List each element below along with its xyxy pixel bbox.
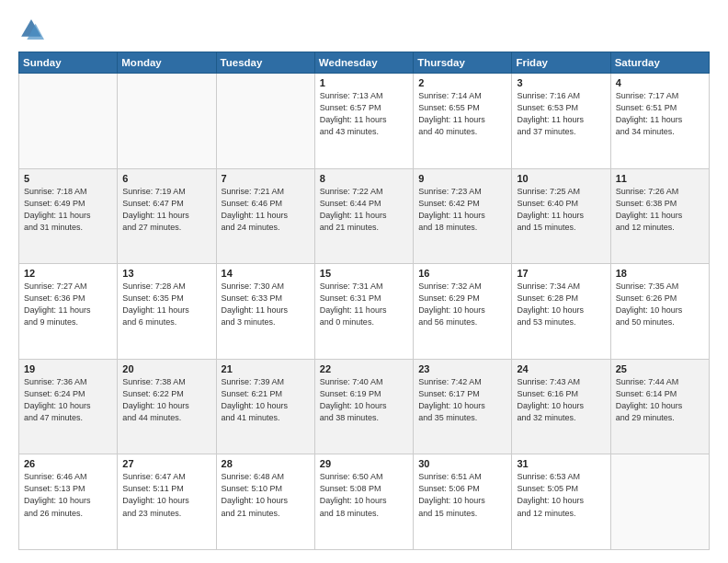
day-info: Sunrise: 6:46 AM Sunset: 5:13 PM Dayligh… [24, 471, 112, 519]
calendar-cell: 3Sunrise: 7:16 AM Sunset: 6:53 PM Daylig… [512, 74, 610, 169]
calendar: SundayMondayTuesdayWednesdayThursdayFrid… [18, 52, 710, 550]
day-number: 22 [320, 363, 408, 374]
calendar-week-4: 19Sunrise: 7:36 AM Sunset: 6:24 PM Dayli… [19, 359, 710, 454]
day-info: Sunrise: 7:32 AM Sunset: 6:29 PM Dayligh… [418, 281, 506, 328]
day-info: Sunrise: 7:26 AM Sunset: 6:38 PM Dayligh… [616, 186, 704, 234]
day-info: Sunrise: 7:28 AM Sunset: 6:35 PM Dayligh… [122, 281, 210, 328]
day-number: 23 [418, 363, 506, 374]
day-info: Sunrise: 7:34 AM Sunset: 6:28 PM Dayligh… [517, 281, 605, 328]
day-info: Sunrise: 6:53 AM Sunset: 5:05 PM Dayligh… [517, 471, 605, 519]
calendar-cell: 9Sunrise: 7:23 AM Sunset: 6:42 PM Daylig… [414, 168, 512, 264]
day-number: 1 [320, 77, 408, 88]
day-number: 15 [320, 268, 408, 279]
day-info: Sunrise: 7:27 AM Sunset: 6:36 PM Dayligh… [24, 281, 112, 328]
day-info: Sunrise: 7:16 AM Sunset: 6:53 PM Dayligh… [517, 90, 605, 138]
calendar-cell: 1Sunrise: 7:13 AM Sunset: 6:57 PM Daylig… [314, 74, 413, 169]
calendar-cell: 8Sunrise: 7:22 AM Sunset: 6:44 PM Daylig… [314, 168, 413, 264]
day-info: Sunrise: 7:13 AM Sunset: 6:57 PM Dayligh… [320, 90, 408, 138]
day-number: 24 [517, 363, 605, 374]
calendar-cell: 26Sunrise: 6:46 AM Sunset: 5:13 PM Dayli… [19, 454, 118, 550]
weekday-header-tuesday: Tuesday [216, 52, 314, 74]
calendar-week-1: 1Sunrise: 7:13 AM Sunset: 6:57 PM Daylig… [19, 74, 710, 169]
day-info: Sunrise: 7:25 AM Sunset: 6:40 PM Dayligh… [517, 186, 605, 234]
calendar-cell: 27Sunrise: 6:47 AM Sunset: 5:11 PM Dayli… [118, 454, 216, 550]
day-number: 4 [616, 77, 704, 88]
day-info: Sunrise: 7:17 AM Sunset: 6:51 PM Dayligh… [616, 90, 704, 138]
day-info: Sunrise: 7:42 AM Sunset: 6:17 PM Dayligh… [418, 376, 506, 424]
calendar-cell: 12Sunrise: 7:27 AM Sunset: 6:36 PM Dayli… [19, 264, 118, 360]
day-info: Sunrise: 7:19 AM Sunset: 6:47 PM Dayligh… [122, 186, 210, 234]
calendar-cell: 5Sunrise: 7:18 AM Sunset: 6:49 PM Daylig… [19, 168, 118, 264]
day-number: 6 [122, 173, 210, 184]
calendar-cell: 14Sunrise: 7:30 AM Sunset: 6:33 PM Dayli… [216, 264, 314, 360]
calendar-cell: 23Sunrise: 7:42 AM Sunset: 6:17 PM Dayli… [414, 359, 512, 454]
day-info: Sunrise: 7:35 AM Sunset: 6:26 PM Dayligh… [616, 281, 704, 328]
calendar-cell: 11Sunrise: 7:26 AM Sunset: 6:38 PM Dayli… [610, 168, 709, 264]
calendar-week-2: 5Sunrise: 7:18 AM Sunset: 6:49 PM Daylig… [19, 168, 710, 264]
calendar-cell: 30Sunrise: 6:51 AM Sunset: 5:06 PM Dayli… [414, 454, 512, 550]
day-number: 26 [24, 458, 112, 469]
weekday-header-sunday: Sunday [19, 52, 118, 74]
calendar-cell [19, 74, 118, 169]
day-number: 9 [418, 173, 506, 184]
day-info: Sunrise: 7:18 AM Sunset: 6:49 PM Dayligh… [24, 186, 112, 234]
weekday-header-friday: Friday [512, 52, 610, 74]
day-info: Sunrise: 7:36 AM Sunset: 6:24 PM Dayligh… [24, 376, 112, 424]
day-number: 19 [24, 363, 112, 374]
calendar-cell: 17Sunrise: 7:34 AM Sunset: 6:28 PM Dayli… [512, 264, 610, 360]
calendar-week-5: 26Sunrise: 6:46 AM Sunset: 5:13 PM Dayli… [19, 454, 710, 550]
calendar-cell: 21Sunrise: 7:39 AM Sunset: 6:21 PM Dayli… [216, 359, 314, 454]
calendar-cell: 10Sunrise: 7:25 AM Sunset: 6:40 PM Dayli… [512, 168, 610, 264]
day-number: 12 [24, 268, 112, 279]
day-number: 3 [517, 77, 605, 88]
day-number: 13 [122, 268, 210, 279]
calendar-cell: 25Sunrise: 7:44 AM Sunset: 6:14 PM Dayli… [610, 359, 709, 454]
day-info: Sunrise: 7:31 AM Sunset: 6:31 PM Dayligh… [320, 281, 408, 328]
page: SundayMondayTuesdayWednesdayThursdayFrid… [0, 0, 728, 563]
day-number: 5 [24, 173, 112, 184]
header [18, 17, 710, 42]
calendar-cell [216, 74, 314, 169]
day-number: 17 [517, 268, 605, 279]
day-info: Sunrise: 7:21 AM Sunset: 6:46 PM Dayligh… [222, 186, 310, 234]
calendar-cell [610, 454, 709, 550]
calendar-cell: 29Sunrise: 6:50 AM Sunset: 5:08 PM Dayli… [314, 454, 413, 550]
day-number: 20 [122, 363, 210, 374]
calendar-cell: 13Sunrise: 7:28 AM Sunset: 6:35 PM Dayli… [118, 264, 216, 360]
day-number: 11 [616, 173, 704, 184]
weekday-header-thursday: Thursday [414, 52, 512, 74]
calendar-cell: 31Sunrise: 6:53 AM Sunset: 5:05 PM Dayli… [512, 454, 610, 550]
day-number: 2 [418, 77, 506, 88]
day-info: Sunrise: 6:48 AM Sunset: 5:10 PM Dayligh… [222, 471, 310, 519]
calendar-cell: 4Sunrise: 7:17 AM Sunset: 6:51 PM Daylig… [610, 74, 709, 169]
day-number: 21 [222, 363, 310, 374]
day-info: Sunrise: 6:50 AM Sunset: 5:08 PM Dayligh… [320, 471, 408, 519]
calendar-cell: 7Sunrise: 7:21 AM Sunset: 6:46 PM Daylig… [216, 168, 314, 264]
calendar-cell: 18Sunrise: 7:35 AM Sunset: 6:26 PM Dayli… [610, 264, 709, 360]
calendar-cell: 22Sunrise: 7:40 AM Sunset: 6:19 PM Dayli… [314, 359, 413, 454]
logo-icon [18, 17, 44, 42]
day-info: Sunrise: 7:23 AM Sunset: 6:42 PM Dayligh… [418, 186, 506, 234]
calendar-cell: 6Sunrise: 7:19 AM Sunset: 6:47 PM Daylig… [118, 168, 216, 264]
day-number: 10 [517, 173, 605, 184]
day-number: 27 [122, 458, 210, 469]
weekday-header-monday: Monday [118, 52, 216, 74]
day-number: 14 [222, 268, 310, 279]
weekday-header-wednesday: Wednesday [314, 52, 413, 74]
calendar-cell: 20Sunrise: 7:38 AM Sunset: 6:22 PM Dayli… [118, 359, 216, 454]
day-number: 18 [616, 268, 704, 279]
weekday-header-saturday: Saturday [610, 52, 709, 74]
day-number: 29 [320, 458, 408, 469]
calendar-cell: 15Sunrise: 7:31 AM Sunset: 6:31 PM Dayli… [314, 264, 413, 360]
calendar-cell: 16Sunrise: 7:32 AM Sunset: 6:29 PM Dayli… [414, 264, 512, 360]
calendar-cell: 2Sunrise: 7:14 AM Sunset: 6:55 PM Daylig… [414, 74, 512, 169]
day-info: Sunrise: 7:38 AM Sunset: 6:22 PM Dayligh… [122, 376, 210, 424]
day-info: Sunrise: 7:22 AM Sunset: 6:44 PM Dayligh… [320, 186, 408, 234]
day-info: Sunrise: 7:39 AM Sunset: 6:21 PM Dayligh… [222, 376, 310, 424]
day-number: 31 [517, 458, 605, 469]
day-number: 25 [616, 363, 704, 374]
day-number: 16 [418, 268, 506, 279]
calendar-cell: 19Sunrise: 7:36 AM Sunset: 6:24 PM Dayli… [19, 359, 118, 454]
day-info: Sunrise: 7:30 AM Sunset: 6:33 PM Dayligh… [222, 281, 310, 328]
day-number: 30 [418, 458, 506, 469]
